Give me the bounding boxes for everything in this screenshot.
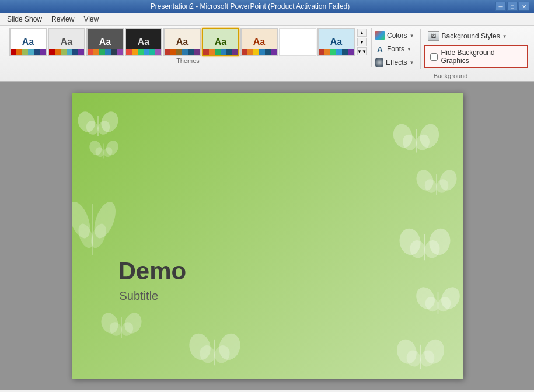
title-bar: Presentation2 - Microsoft PowerPoint (Pr… [0,0,534,13]
butterfly-right-2 [416,169,457,201]
theme-4-colorbar [126,49,161,55]
menu-slideshow[interactable]: Slide Show [2,14,47,24]
theme-4-label: Aa [138,37,149,47]
menu-view[interactable]: View [79,14,103,24]
scroll-more-button[interactable]: ▼▼ [357,47,367,55]
fonts-dropdown-arrow: ▼ [407,47,411,52]
menu-review[interactable]: Review [47,14,79,24]
theme-4-thumb[interactable]: Aa [125,28,162,56]
hide-background-graphics-label: Hide Background Graphics [441,48,522,65]
slide-area: Demo Subtitle [0,82,534,390]
slide[interactable]: Demo Subtitle [72,93,463,379]
theme-6-thumb[interactable]: Aa [202,28,239,56]
slide-subtitle: Subtitle [120,289,159,303]
themes-scroll: ▲ ▼ ▼▼ [357,29,367,55]
theme-1-colorbar [11,49,46,55]
fonts-icon: A [375,44,385,54]
ribbon-right-panel: Colors ▼ A Fonts ▼ Effects ▼ 🖼 B [372,28,529,80]
ribbon: Aa Aa Aa Aa [0,26,534,82]
background-styles-dropdown-arrow: ▼ [502,34,507,39]
background-col: 🖼 Background Styles ▼ Hide Background Gr… [423,29,529,69]
background-styles-label: Background Styles [442,32,500,40]
fonts-button[interactable]: A Fonts ▼ [372,43,418,55]
butterfly-right-5 [396,338,445,376]
colors-button[interactable]: Colors ▼ [372,29,418,42]
theme-8-thumb[interactable] [279,28,316,56]
themes-section: Aa Aa Aa Aa [5,28,372,66]
scroll-down-button[interactable]: ▼ [357,38,367,46]
themes-section-label: Themes [176,57,200,64]
butterfly-right-1 [393,122,439,160]
background-section-label: Background [372,71,529,79]
butterfly-bottom-center [189,332,241,373]
title-bar-text: Presentation2 - Microsoft PowerPoint (Pr… [5,2,495,10]
ribbon-right-top: Colors ▼ A Fonts ▼ Effects ▼ 🖼 B [372,29,529,69]
background-styles-icon: 🖼 [428,32,439,41]
background-styles-button[interactable]: 🖼 Background Styles ▼ [423,29,529,43]
theme-7-colorbar [242,49,277,55]
butterfly-top-left-2 [89,139,118,163]
slide-title: Demo [118,257,187,285]
scroll-up-button[interactable]: ▲ [357,29,367,37]
effects-label: Effects [386,58,407,66]
theme-3-thumb[interactable]: Aa [86,28,124,56]
theme-5-thumb[interactable]: Aa [163,28,201,56]
theme-2-thumb[interactable]: Aa [48,28,85,56]
title-bar-controls: ─ □ ✕ [495,2,529,11]
theme-1-label: Aa [22,37,34,47]
theme-3-colorbar [88,49,123,55]
theme-9-thumb[interactable]: Aa [317,28,355,56]
butterfly-left [72,198,118,268]
theme-9-label: Aa [330,37,342,47]
theme-6-colorbar [203,49,238,55]
colors-dropdown-arrow: ▼ [410,33,414,38]
butterfly-right-4 [416,285,460,320]
hide-background-graphics-checkbox[interactable] [430,53,438,61]
theme-5-label: Aa [176,37,188,47]
close-button[interactable]: ✕ [519,2,529,11]
minimize-button[interactable]: ─ [495,2,506,11]
maximize-button[interactable]: □ [507,2,518,11]
theme-options-col: Colors ▼ A Fonts ▼ Effects ▼ [372,29,421,69]
butterfly-bottom-left [101,312,142,344]
menu-bar: Slide Show Review View [0,13,534,26]
effects-dropdown-arrow: ▼ [409,60,414,65]
effects-button[interactable]: Effects ▼ [372,56,418,69]
themes-row: Aa Aa Aa Aa [9,28,367,56]
hide-background-graphics-button[interactable]: Hide Background Graphics [424,45,528,68]
theme-3-label: Aa [99,37,111,47]
effects-icon [375,58,383,66]
theme-7-label: Aa [253,37,265,47]
butterfly-top-left [78,110,118,142]
butterfly-right-3 [399,227,451,268]
theme-2-colorbar [49,49,84,55]
theme-1-thumb[interactable]: Aa [9,28,47,56]
theme-9-colorbar [319,49,354,55]
theme-5-colorbar [165,49,200,55]
main-content: Demo Subtitle [0,82,534,390]
colors-label: Colors [387,32,407,40]
theme-7-thumb[interactable]: Aa [240,28,278,56]
fonts-label: Fonts [387,45,404,53]
theme-2-label: Aa [61,37,72,47]
theme-6-label: Aa [215,37,226,47]
colors-icon [375,31,385,40]
